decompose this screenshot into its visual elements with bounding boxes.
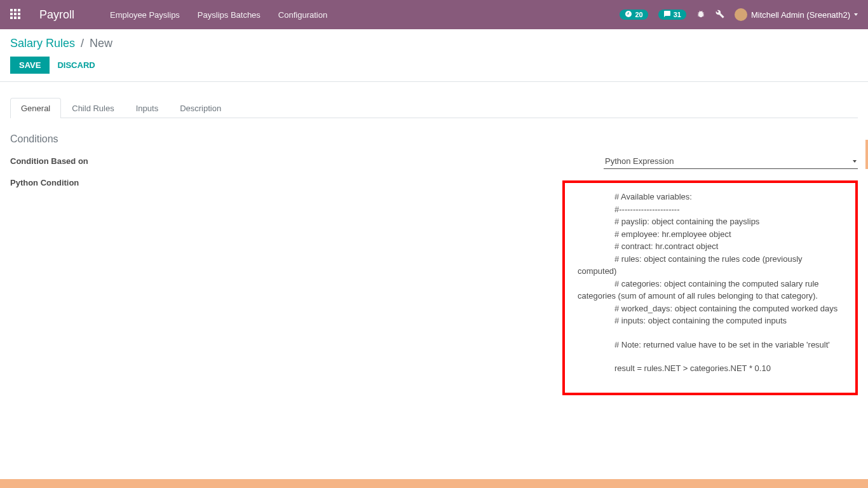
avatar xyxy=(735,8,747,21)
chat-icon xyxy=(663,10,671,19)
nav-link-configuration[interactable]: Configuration xyxy=(278,10,327,20)
chevron-down-icon xyxy=(854,13,858,16)
bottom-accent-bar xyxy=(0,479,868,488)
clock-icon xyxy=(625,10,632,19)
section-title-conditions: Conditions xyxy=(10,133,858,145)
save-button[interactable]: Save xyxy=(10,57,50,74)
activity-count: 20 xyxy=(635,11,642,18)
tabs: General Child Rules Inputs Description xyxy=(10,97,858,118)
nav-link-payslips[interactable]: Employee Payslips xyxy=(110,10,180,20)
tab-child-rules[interactable]: Child Rules xyxy=(61,98,125,118)
condition-based-on-select[interactable]: Python Expression xyxy=(604,154,858,169)
nav-link-batches[interactable]: Payslips Batches xyxy=(198,10,261,20)
tab-inputs[interactable]: Inputs xyxy=(125,98,169,118)
message-count: 31 xyxy=(674,11,681,18)
user-name: Mitchell Admin (Sreenath2) xyxy=(751,10,850,20)
breadcrumb-root[interactable]: Salary Rules xyxy=(10,37,75,50)
nav-links: Employee Payslips Payslips Batches Confi… xyxy=(110,10,327,20)
nav-right: 20 31 Mitchell Admin (Sreenath2) xyxy=(620,8,858,21)
chevron-down-icon xyxy=(853,160,857,163)
python-condition-textarea[interactable]: # Available variables: #----------------… xyxy=(562,180,858,395)
tab-general[interactable]: General xyxy=(10,98,61,118)
user-menu[interactable]: Mitchell Admin (Sreenath2) xyxy=(735,8,858,21)
tools-icon[interactable] xyxy=(715,10,724,20)
breadcrumb: Salary Rules / New xyxy=(10,37,858,50)
scroll-indicator xyxy=(865,140,868,169)
app-brand[interactable]: Payroll xyxy=(39,8,74,22)
label-condition-based-on: Condition Based on xyxy=(10,154,137,166)
messages-button[interactable]: 31 xyxy=(658,10,686,20)
breadcrumb-current: New xyxy=(90,37,112,50)
condition-based-on-value: Python Expression xyxy=(605,156,674,166)
top-navbar: Payroll Employee Payslips Payslips Batch… xyxy=(0,0,868,29)
apps-icon[interactable] xyxy=(10,9,22,20)
bug-icon[interactable] xyxy=(696,10,705,20)
discard-button[interactable]: Discard xyxy=(57,60,95,70)
tab-description[interactable]: Description xyxy=(169,98,232,118)
label-python-condition: Python Condition xyxy=(10,175,137,187)
activity-button[interactable]: 20 xyxy=(620,10,648,20)
